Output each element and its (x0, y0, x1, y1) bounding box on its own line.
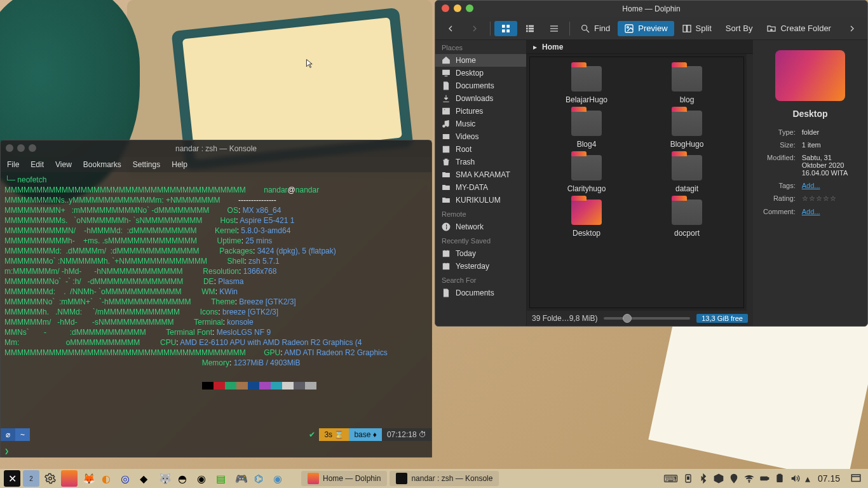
folder-blog[interactable]: blog (642, 66, 731, 104)
rating-stars[interactable]: ☆☆☆☆☆ (801, 193, 858, 205)
back-button[interactable] (439, 21, 462, 36)
maximize-icon[interactable] (466, 4, 473, 12)
maximize-icon[interactable] (29, 144, 36, 152)
sidebar-item-pictures[interactable]: Pictures (435, 105, 526, 118)
dolphin-toolbar[interactable]: Find Preview Split Sort By Create Folder (435, 17, 867, 40)
minimize-icon[interactable] (17, 144, 25, 152)
audacity-icon[interactable]: ◎ (118, 470, 135, 487)
forward-button[interactable] (463, 21, 486, 36)
task-konsole[interactable]: nandar : zsh — Konsole (390, 471, 499, 486)
view-compact-button[interactable] (519, 21, 541, 36)
sidebar-item-network[interactable]: Network (435, 220, 526, 233)
menu-bookmarks[interactable]: Bookmarks (83, 160, 121, 169)
clock[interactable]: 07.15 (813, 473, 845, 484)
sidebar-item-documents[interactable]: Documents (435, 287, 526, 299)
system-tray[interactable]: ⌨ ▴ (663, 473, 810, 485)
konsole-titlebar[interactable]: nandar : zsh — Konsole (1, 140, 431, 157)
sidebar-item-videos[interactable]: Videos (435, 130, 526, 143)
vscode-icon[interactable]: ⌬ (252, 470, 268, 487)
zoom-slider[interactable] (604, 317, 690, 320)
battery-icon[interactable] (759, 473, 770, 484)
menu-edit[interactable]: Edit (31, 160, 44, 169)
folder-blog4[interactable]: Blog4 (542, 111, 631, 149)
sidebar-item-today[interactable]: Today (435, 247, 526, 260)
konsole-window[interactable]: nandar : zsh — Konsole File Edit View Bo… (0, 140, 432, 458)
sidebar-item-trash[interactable]: Trash (435, 156, 526, 168)
tray-expand-icon[interactable]: ▴ (805, 473, 810, 485)
folder-datagit[interactable]: datagit (642, 155, 731, 193)
libreoffice-icon[interactable]: ▤ (214, 470, 230, 487)
close-icon[interactable] (442, 4, 449, 12)
folder-icon (672, 200, 702, 225)
godot-icon[interactable]: ◉ (271, 470, 287, 487)
dolphin-title: Home — Dolphin (622, 4, 680, 13)
inkscape-icon[interactable]: ◆ (137, 470, 154, 487)
breadcrumb-home[interactable]: Home (542, 43, 563, 51)
location-icon[interactable] (729, 473, 739, 484)
updates-icon[interactable] (683, 473, 693, 484)
sort-button[interactable]: Sort By (719, 21, 759, 36)
keyboard-icon[interactable]: ⌨ (663, 473, 678, 485)
folder-belajarhugo[interactable]: BelajarHugo (542, 66, 631, 104)
folder-docport[interactable]: docport (642, 200, 731, 238)
add-comment-link[interactable]: Add... (802, 208, 820, 215)
clipboard-icon[interactable] (775, 473, 785, 484)
sidebar-item-my-data[interactable]: MY-DATA (435, 181, 526, 194)
game-icon[interactable]: 🎮 (233, 470, 249, 487)
find-button[interactable]: Find (574, 21, 616, 36)
show-desktop-icon[interactable] (848, 470, 864, 487)
sidebar-item-documents[interactable]: Documents (435, 79, 526, 92)
dolphin-sidebar[interactable]: PlacesHomeDesktopDocumentsDownloadsPictu… (435, 40, 527, 326)
files-icon[interactable] (61, 470, 78, 487)
folder-bloghugo[interactable]: BlogHugo (642, 111, 731, 149)
terminal-prompt[interactable]: ⌀ ~ ✔ 3s ⌛ base ♦ 07:12:18 ⏱ (1, 428, 431, 442)
davinci-icon[interactable]: ◓ (175, 470, 192, 487)
dolphin-titlebar[interactable]: Home — Dolphin (435, 1, 867, 17)
minimize-icon[interactable] (454, 4, 461, 12)
settings-icon[interactable] (42, 470, 58, 487)
scrollbar[interactable] (747, 54, 753, 311)
obs-icon[interactable]: ◉ (194, 470, 211, 487)
gimp-icon[interactable]: 🐺 (156, 470, 173, 487)
folder-desktop[interactable]: Desktop (542, 200, 631, 238)
task-dolphin[interactable]: Home — Dolphin (301, 471, 387, 486)
menu-view[interactable]: View (55, 160, 72, 169)
sidebar-item-yesterday[interactable]: Yesterday (435, 260, 526, 273)
volume-icon[interactable] (790, 473, 800, 484)
firefox-icon[interactable]: 🦊 (80, 470, 97, 487)
sidebar-item-root[interactable]: Root (435, 143, 526, 156)
taskbar[interactable]: ✕ 2 🦊 ◐ ◎ ◆ 🐺 ◓ ◉ ▤ 🎮 ⌬ ◉ Home — Dolphin… (0, 469, 868, 488)
konsole-menubar[interactable]: File Edit View Bookmarks Settings Help (1, 157, 431, 172)
close-icon[interactable] (6, 144, 13, 152)
split-button[interactable]: Split (675, 21, 718, 36)
sidebar-item-music[interactable]: Music (435, 118, 526, 130)
sidebar-item-desktop[interactable]: Desktop (435, 67, 526, 79)
folder-grid[interactable]: BelajarHugoblogBlog4BlogHugoClarityhugod… (529, 57, 744, 308)
app-launcher-icon[interactable]: ✕ (4, 470, 20, 487)
dolphin-window[interactable]: Home — Dolphin Find Preview Split Sort B… (435, 0, 868, 327)
folder-clarityhugo[interactable]: Clarityhugo (542, 155, 631, 193)
menu-help[interactable]: Help (172, 160, 187, 169)
sidebar-item-kurikulum[interactable]: KURIKULUM (435, 194, 526, 207)
blender-icon[interactable]: ◐ (99, 470, 116, 487)
menu-settings[interactable]: Settings (133, 160, 160, 169)
create-folder-button[interactable]: Create Folder (760, 21, 837, 36)
view-details-button[interactable] (543, 21, 566, 36)
menu-file[interactable]: File (7, 160, 19, 169)
add-tags-link[interactable]: Add... (802, 182, 820, 189)
preview-button[interactable]: Preview (618, 21, 674, 36)
view-icons-button[interactable] (494, 21, 517, 36)
package-icon[interactable] (714, 473, 724, 484)
sidebar-item-home[interactable]: Home (435, 54, 526, 67)
breadcrumb[interactable]: ▸ Home (527, 40, 753, 54)
pager[interactable]: 2 (23, 470, 39, 487)
bluetooth-icon[interactable] (698, 473, 709, 484)
window-controls[interactable] (442, 4, 473, 12)
sidebar-item-sma-karamat[interactable]: SMA KARAMAT (435, 168, 526, 181)
wifi-icon[interactable] (744, 473, 754, 484)
terminal-output[interactable]: └─ neofetch MMMMMMMMMMMMMMMMMMMMMMMMMMMM… (1, 172, 431, 442)
overflow-button[interactable] (841, 21, 864, 36)
terminal-cursor-line[interactable]: ❯ (4, 447, 9, 456)
sidebar-item-downloads[interactable]: Downloads (435, 92, 526, 105)
window-controls[interactable] (6, 144, 36, 152)
